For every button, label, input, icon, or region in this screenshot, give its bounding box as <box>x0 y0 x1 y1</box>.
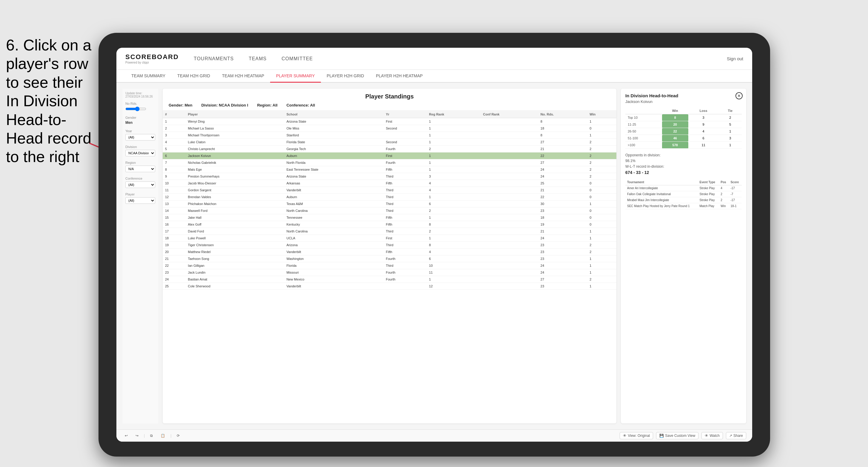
h2h-win: 20 <box>662 121 688 128</box>
table-row[interactable]: 11 Gordon Sargent Vanderbilt Third 4 21 … <box>163 187 616 194</box>
table-row[interactable]: 25 Cole Sherwood Vanderbilt 12 23 1 <box>163 283 616 290</box>
h2h-tie: 3 <box>719 135 742 142</box>
tab-team-summary[interactable]: TEAM SUMMARY <box>125 70 171 83</box>
table-row[interactable]: 2 Michael La Sasso Ole Miss Second 1 18 … <box>163 125 616 132</box>
paste-button[interactable]: 📋 <box>158 432 167 439</box>
table-row[interactable]: 24 Bastian Amat New Mexico Fourth 1 27 2 <box>163 276 616 283</box>
h2h-row: Top 10 8 3 2 <box>625 114 742 121</box>
cell-yr: Fourth <box>383 255 427 262</box>
h2h-win: 22 <box>662 128 688 135</box>
table-row[interactable]: 8 Mats Ege East Tennessee State Fifth 1 … <box>163 166 616 173</box>
tournament-pos: Win <box>719 203 728 209</box>
cell-num: 13 <box>163 200 186 208</box>
conference-display: Conference: All <box>286 103 315 107</box>
year-filter-select[interactable]: (All) <box>125 134 155 141</box>
nav-committee[interactable]: COMMITTEE <box>281 55 313 63</box>
filter-division: Division NCAA Division I <box>125 145 155 156</box>
nav-teams[interactable]: TEAMS <box>249 55 267 63</box>
table-row[interactable]: 6 Jackson Koivun Auburn First 1 22 2 <box>163 153 616 159</box>
h2h-player-name: Jackson Koivun <box>625 99 742 104</box>
cell-num: 19 <box>163 242 186 249</box>
cell-win: 1 <box>587 283 616 290</box>
table-row[interactable]: 3 Michael Thorbjornsen Stanford 1 8 1 <box>163 132 616 139</box>
table-row[interactable]: 14 Maxwell Ford North Carolina Third 2 2… <box>163 208 616 214</box>
save-custom-button[interactable]: 💾 Save Custom View <box>656 432 699 439</box>
table-row[interactable]: 13 Phichaksn Maichon Texas A&M Third 6 3… <box>163 200 616 208</box>
cell-yr: Fourth <box>383 146 427 153</box>
h2h-loss: 3 <box>688 114 719 121</box>
cell-player: Michael La Sasso <box>186 125 284 132</box>
cell-win: 0 <box>587 208 616 214</box>
cell-no-rds: 27 <box>538 159 587 166</box>
cell-yr: Fourth <box>383 276 427 283</box>
tournament-type: Stroke Play <box>698 197 719 203</box>
h2h-close-button[interactable]: ✕ <box>736 92 743 99</box>
cell-player: Tiger Christensen <box>186 242 284 249</box>
cell-conf-rank <box>480 173 538 180</box>
table-row[interactable]: 18 Luke Powell UCLA First 1 24 1 <box>163 235 616 242</box>
no-rds-slider[interactable] <box>125 106 146 111</box>
cell-num: 8 <box>163 166 186 173</box>
cell-player: Wenyi Ding <box>186 118 284 125</box>
refresh-button[interactable]: ⟳ <box>174 432 182 439</box>
table-row[interactable]: 19 Tiger Christensen Arizona Third 8 23 … <box>163 242 616 249</box>
table-row[interactable]: 7 Nicholas Gabrielnik North Florida Four… <box>163 159 616 166</box>
tab-team-h2h-heatmap[interactable]: TEAM H2H HEATMAP <box>216 70 270 83</box>
tab-player-h2h-grid[interactable]: PLAYER H2H GRID <box>321 70 370 83</box>
table-row[interactable]: 4 Luke Claton Florida State Second 1 27 … <box>163 139 616 146</box>
cell-no-rds: 27 <box>538 276 587 283</box>
cell-win: 1 <box>587 228 616 235</box>
table-row[interactable]: 20 Matthew Riedel Vanderbilt Fifth 4 23 … <box>163 249 616 255</box>
conference-filter-select[interactable]: (All) <box>125 181 155 188</box>
table-row[interactable]: 12 Brendan Valdes Auburn Third 1 22 0 <box>163 194 616 200</box>
player-filter-select[interactable]: (All) <box>125 197 155 204</box>
table-row[interactable]: 17 David Ford North Carolina Third 2 21 … <box>163 228 616 235</box>
cell-no-rds: 30 <box>538 200 587 208</box>
table-row[interactable]: 9 Preston Summerhays Arizona State Third… <box>163 173 616 180</box>
undo-button[interactable]: ↩ <box>122 432 130 439</box>
cell-conf-rank <box>480 255 538 262</box>
copy-button[interactable]: ⧉ <box>148 432 155 439</box>
cell-player: Bastian Amat <box>186 276 284 283</box>
tab-player-summary[interactable]: PLAYER SUMMARY <box>270 70 320 83</box>
share-icon: ↗ <box>729 434 732 438</box>
cell-conf-rank <box>480 187 538 194</box>
cell-reg-rank: 2 <box>427 208 480 214</box>
sign-out-button[interactable]: Sign out <box>727 56 743 61</box>
table-row[interactable]: 21 Taehoon Song Washington Fourth 6 23 1 <box>163 255 616 262</box>
watch-button[interactable]: 👁 Watch <box>702 432 723 439</box>
division-filter-select[interactable]: NCAA Division I <box>125 150 155 156</box>
region-filter-select[interactable]: N/A <box>125 166 155 172</box>
redo-button[interactable]: ↪ <box>133 432 141 439</box>
table-row[interactable]: 10 Jacob Mou-Diesser Arkansas Fifth 4 25… <box>163 180 616 187</box>
table-row[interactable]: 1 Wenyi Ding Arizona State First 1 8 1 <box>163 118 616 125</box>
cell-player: Luke Powell <box>186 235 284 242</box>
view-original-button[interactable]: 👁 View: Original <box>620 432 653 439</box>
share-button[interactable]: ↗ Share <box>726 432 746 439</box>
tab-team-h2h-grid[interactable]: TEAM H2H GRID <box>171 70 216 83</box>
table-row[interactable]: 16 Alex Goff Kentucky Fifth 8 19 0 <box>163 221 616 228</box>
watch-icon: 👁 <box>705 434 708 438</box>
cell-school: Florida State <box>284 139 383 146</box>
cell-reg-rank: 12 <box>427 283 480 290</box>
tablet-screen: SCOREBOARD Powered by clippi TOURNAMENTS… <box>116 48 752 442</box>
cell-reg-rank: 8 <box>427 242 480 249</box>
standings-table: # Player School Yr Reg Rank Conf Rank No… <box>163 111 616 290</box>
cell-win: 1 <box>587 269 616 276</box>
table-row[interactable]: 22 Ian Gilligan Florida Third 10 24 1 <box>163 262 616 269</box>
cell-reg-rank: 11 <box>427 269 480 276</box>
nav-tournaments[interactable]: TOURNAMENTS <box>194 55 234 63</box>
cell-yr: Second <box>383 139 427 146</box>
cell-player: Maxwell Ford <box>186 208 284 214</box>
cell-no-rds: 24 <box>538 235 587 242</box>
cell-school: Florida <box>284 262 383 269</box>
tab-player-h2h-heatmap[interactable]: PLAYER H2H HEATMAP <box>370 70 429 83</box>
cell-player: Christo Lamprecht <box>186 146 284 153</box>
table-row[interactable]: 15 Jake Hall Tennessee Fifth 1 18 0 <box>163 214 616 221</box>
table-row[interactable]: 5 Christo Lamprecht Georgia Tech Fourth … <box>163 146 616 153</box>
cell-player: Jackson Koivun <box>186 153 284 159</box>
cell-school: Arizona State <box>284 118 383 125</box>
table-row[interactable]: 23 Jack Lundin Missouri Fourth 11 24 1 <box>163 269 616 276</box>
cell-school: North Florida <box>284 159 383 166</box>
col-num: # <box>163 111 186 118</box>
